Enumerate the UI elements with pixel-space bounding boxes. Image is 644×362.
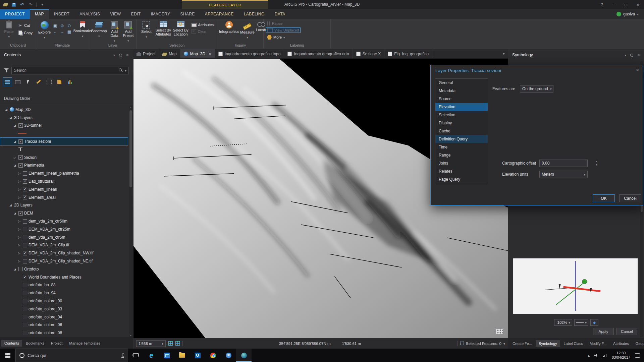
measure-button[interactable]: Measure bbox=[240, 20, 255, 43]
maximize-icon[interactable] bbox=[620, 0, 632, 9]
search-input[interactable] bbox=[14, 68, 117, 73]
layer-item[interactable]: Traccia sezioni bbox=[0, 137, 128, 145]
ribbon-tab-analysis[interactable]: ANALYSIS bbox=[74, 9, 105, 19]
save-icon[interactable] bbox=[11, 2, 16, 7]
expand-icon[interactable] bbox=[4, 108, 8, 111]
user-account[interactable]: gasiva bbox=[616, 9, 644, 19]
ribbon-tab-edit[interactable]: EDIT bbox=[126, 9, 146, 19]
pane-menu-icon[interactable] bbox=[113, 53, 115, 57]
ribbon-tab-insert[interactable]: INSERT bbox=[49, 9, 74, 19]
search-box[interactable] bbox=[11, 67, 129, 74]
layer-item[interactable]: dem_vda_2m_ctr5m bbox=[0, 233, 128, 241]
layer-item[interactable]: Sezioni bbox=[0, 154, 128, 162]
layer-item[interactable]: DEM bbox=[0, 209, 128, 217]
ribbon-tab-appearance[interactable]: APPEARANCE bbox=[200, 9, 239, 19]
dialog-nav-general[interactable]: General bbox=[435, 79, 488, 87]
dialog-nav-cache[interactable]: Cache bbox=[435, 127, 488, 135]
expand-icon[interactable] bbox=[13, 156, 17, 159]
dock-tab-geoproce[interactable]: Geoproce... bbox=[633, 340, 644, 347]
layer-item[interactable]: Elementi_areali bbox=[0, 193, 128, 201]
line-symbol-dropdown[interactable] bbox=[574, 319, 588, 326]
expand-icon[interactable] bbox=[13, 140, 17, 143]
layer-item[interactable]: 2D Layers bbox=[0, 201, 128, 209]
layer-checkbox[interactable] bbox=[23, 195, 27, 199]
layer-item[interactable]: World Boundaries and Places bbox=[0, 273, 128, 281]
dialog-nav-relates[interactable]: Relates bbox=[435, 167, 488, 175]
list-by-editing-button[interactable] bbox=[34, 77, 43, 86]
doc-tab-map-3d[interactable]: Map_3D bbox=[180, 49, 215, 58]
zoom-to-selection-icon[interactable]: ▦ bbox=[66, 29, 72, 34]
expand-icon[interactable] bbox=[17, 243, 21, 247]
dock-tab-create-fe[interactable]: Create Fe... bbox=[509, 340, 535, 347]
layer-checkbox[interactable] bbox=[23, 227, 27, 231]
add-data-button[interactable]: Add Data bbox=[108, 20, 120, 43]
layer-item[interactable]: DEM_VDA_2m_Clip_shaded_NW.tif bbox=[0, 249, 128, 257]
layer-checkbox[interactable] bbox=[18, 139, 23, 144]
dock-tab-label-class[interactable]: Label Class bbox=[561, 340, 586, 347]
grid-toggle-icon[interactable] bbox=[168, 341, 173, 346]
expand-icon[interactable] bbox=[17, 220, 21, 223]
ribbon-tab-project[interactable]: PROJECT bbox=[0, 9, 30, 19]
pin-icon[interactable] bbox=[118, 53, 123, 57]
expand-icon[interactable] bbox=[13, 124, 17, 127]
layer-item[interactable]: dem_vda_2m_ctr50m bbox=[0, 217, 128, 225]
fixed-zoom-in-icon[interactable]: ⊕ bbox=[59, 23, 65, 28]
dialog-nav-selection[interactable]: Selection bbox=[435, 111, 488, 119]
file-explorer-icon[interactable] bbox=[174, 349, 190, 362]
expand-icon[interactable] bbox=[17, 172, 21, 175]
chromium-icon[interactable] bbox=[221, 349, 236, 362]
more-labeling-button[interactable]: More bbox=[266, 35, 301, 40]
layer-checkbox[interactable] bbox=[18, 155, 23, 160]
customize-quick-access-icon[interactable] bbox=[40, 2, 45, 7]
cut-button[interactable]: Cut bbox=[17, 22, 34, 28]
layer-checkbox[interactable] bbox=[23, 323, 27, 327]
cartographic-offset-input[interactable] bbox=[540, 160, 596, 167]
dock-tab-modify-f[interactable]: Modify F... bbox=[587, 340, 609, 347]
dialog-nav-definition-query[interactable]: Definition Query bbox=[435, 135, 488, 143]
spin-up-icon[interactable] bbox=[596, 160, 597, 163]
network-icon[interactable] bbox=[603, 354, 607, 357]
layer-item[interactable]: Map_3D bbox=[0, 106, 128, 114]
taskbar-search-box[interactable] bbox=[15, 349, 128, 362]
layer-checkbox[interactable] bbox=[23, 307, 27, 311]
edge-icon[interactable] bbox=[144, 349, 159, 362]
undo-icon[interactable] bbox=[19, 2, 25, 7]
redo-icon[interactable] bbox=[28, 2, 33, 7]
dialog-nav-elevation[interactable]: Elevation bbox=[435, 103, 488, 111]
pane-menu-icon[interactable] bbox=[625, 53, 626, 57]
layer-item[interactable]: DEM_VDA_2m_Clip_shaded_NE.tif bbox=[0, 257, 128, 265]
basemap-button[interactable]: Basemap bbox=[91, 20, 107, 43]
expand-icon[interactable] bbox=[17, 236, 21, 239]
tab-list-chevron-icon[interactable] bbox=[500, 49, 508, 58]
layer-item[interactable]: 3D-tunnel bbox=[0, 122, 128, 130]
copy-button[interactable]: Copy bbox=[17, 30, 34, 35]
doc-tab-inquadramento-geografico-orto[interactable]: Inquadramento geografico orto bbox=[284, 49, 353, 58]
apply-button[interactable]: Apply bbox=[593, 328, 614, 335]
layer-item[interactable]: ortofoto_colore_08 bbox=[0, 329, 128, 337]
ribbon-tab-share[interactable]: SHARE bbox=[175, 9, 200, 19]
project-map-icon[interactable] bbox=[3, 2, 8, 7]
help-icon[interactable] bbox=[596, 0, 608, 9]
graticule-toggle-icon[interactable] bbox=[175, 341, 180, 346]
expand-icon[interactable] bbox=[17, 228, 21, 231]
close-dialog-icon[interactable] bbox=[636, 67, 639, 73]
doc-tab-map[interactable]: Map bbox=[159, 49, 180, 58]
explore-button[interactable]: Explore bbox=[38, 20, 51, 43]
close-icon[interactable] bbox=[632, 0, 644, 9]
close-pane-icon[interactable] bbox=[637, 52, 640, 58]
ribbon-tab-labeling[interactable]: LABELING bbox=[239, 9, 270, 19]
layer-checkbox[interactable] bbox=[23, 235, 27, 239]
list-by-selection-button[interactable] bbox=[23, 77, 33, 86]
layer-item[interactable]: DEM_VDA_2m_Clip.tif bbox=[0, 241, 128, 249]
cartographic-offset-spinner[interactable] bbox=[539, 160, 588, 167]
dock-tab-contents[interactable]: Contents bbox=[1, 340, 22, 347]
full-extent-icon[interactable]: ▣ bbox=[52, 23, 58, 28]
dialog-nav-display[interactable]: Display bbox=[435, 119, 488, 127]
list-by-charts-button[interactable] bbox=[65, 77, 74, 86]
volume-icon[interactable] bbox=[594, 354, 598, 357]
layer-checkbox[interactable] bbox=[23, 219, 27, 224]
layer-item[interactable]: ortofoto_bn_94 bbox=[0, 289, 128, 297]
expand-icon[interactable] bbox=[13, 164, 17, 167]
layer-checkbox[interactable] bbox=[23, 259, 27, 263]
layer-checkbox[interactable] bbox=[23, 243, 27, 247]
